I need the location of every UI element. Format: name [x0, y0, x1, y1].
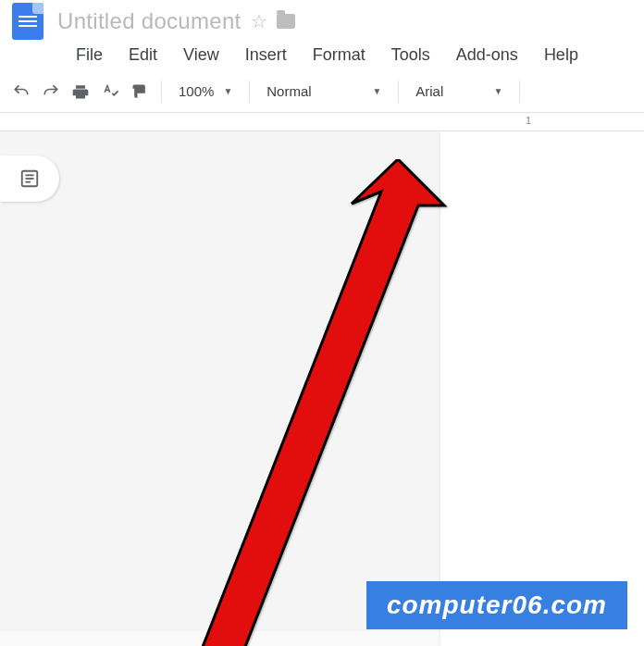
- menubar: File Edit View Insert Format Tools Add-o…: [7, 39, 637, 70]
- document-page[interactable]: [440, 131, 644, 646]
- zoom-dropdown[interactable]: 100% ▼: [171, 79, 240, 105]
- ruler[interactable]: 1: [0, 113, 644, 131]
- menu-edit[interactable]: Edit: [116, 42, 170, 68]
- menu-help[interactable]: Help: [531, 42, 591, 68]
- font-value: Arial: [415, 83, 443, 99]
- divider: [398, 81, 399, 103]
- divider: [519, 81, 520, 103]
- svg-marker-4: [192, 159, 444, 646]
- folder-icon[interactable]: [277, 14, 295, 29]
- redo-button[interactable]: [39, 80, 63, 104]
- style-value: Normal: [266, 83, 311, 99]
- spellcheck-button[interactable]: [98, 80, 122, 104]
- divider: [161, 81, 162, 103]
- menu-insert[interactable]: Insert: [232, 42, 300, 68]
- menu-addons[interactable]: Add-ons: [443, 42, 531, 68]
- ruler-mark: 1: [526, 115, 561, 126]
- title-row: Untitled document ☆: [7, 4, 637, 39]
- divider: [249, 81, 250, 103]
- style-dropdown[interactable]: Normal ▼: [259, 79, 389, 105]
- watermark: computer06.com: [366, 581, 627, 629]
- menu-view[interactable]: View: [170, 42, 232, 68]
- header: Untitled document ☆ File Edit View Inser…: [0, 0, 644, 70]
- document-area: 1: [0, 113, 644, 631]
- print-button[interactable]: [68, 80, 93, 104]
- chevron-down-icon: ▼: [372, 86, 381, 96]
- annotation-arrow: [56, 159, 463, 646]
- toolbar: 100% ▼ Normal ▼ Arial ▼: [0, 70, 644, 113]
- star-icon[interactable]: ☆: [251, 10, 267, 32]
- chevron-down-icon: ▼: [223, 86, 232, 96]
- document-title[interactable]: Untitled document: [57, 8, 242, 34]
- paint-format-button[interactable]: [128, 80, 152, 104]
- menu-tools[interactable]: Tools: [378, 42, 443, 68]
- undo-button[interactable]: [9, 80, 33, 104]
- chevron-down-icon: ▼: [493, 86, 502, 96]
- menu-file[interactable]: File: [63, 42, 116, 68]
- outline-toggle[interactable]: [0, 155, 59, 202]
- docs-logo[interactable]: [7, 1, 48, 42]
- menu-format[interactable]: Format: [300, 42, 378, 68]
- zoom-value: 100%: [179, 83, 214, 99]
- font-dropdown[interactable]: Arial ▼: [408, 79, 510, 105]
- outline-icon: [19, 168, 40, 189]
